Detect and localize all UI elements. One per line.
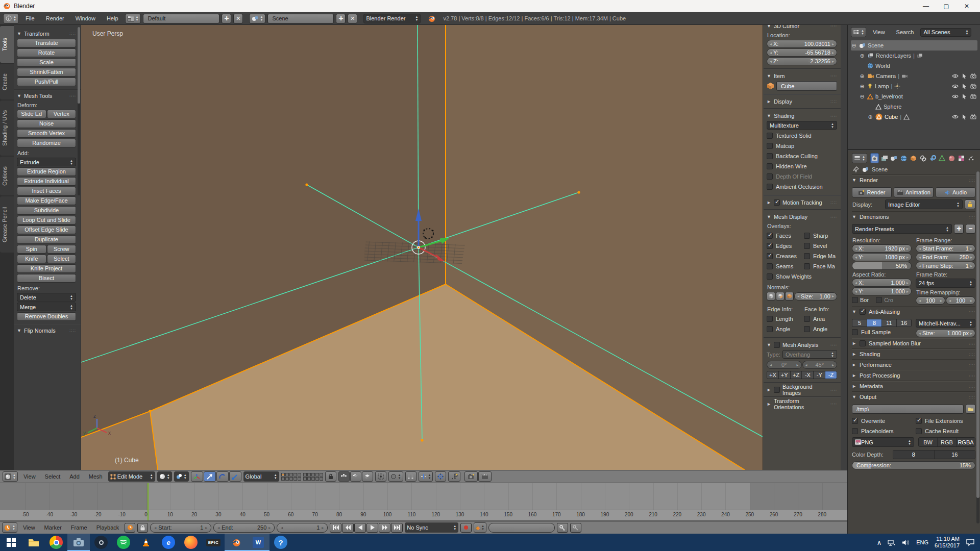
previous-keyframe-button[interactable] bbox=[342, 523, 354, 533]
resolution-y-field[interactable]: ◂Y:1080 px▸ bbox=[852, 253, 912, 261]
cursor-x-field[interactable]: ◂X:100.03011▸ bbox=[767, 40, 837, 48]
knife-project-button[interactable]: Knife Project bbox=[17, 264, 76, 273]
anti-aliasing-checkbox[interactable] bbox=[860, 309, 866, 315]
tab-object[interactable] bbox=[909, 153, 918, 163]
manipulator-axes-toggle[interactable] bbox=[191, 471, 203, 482]
panel-header-performance[interactable]: ►Performance:::: bbox=[852, 359, 975, 370]
render-still-button[interactable]: Render bbox=[852, 187, 892, 197]
taskbar-firefox[interactable] bbox=[180, 534, 202, 551]
cursor-y-field[interactable]: ◂Y:-65.56718▸ bbox=[767, 48, 837, 57]
visibility-eye-toggle[interactable] bbox=[952, 84, 959, 89]
extrude-region-button[interactable]: Extrude Region bbox=[17, 167, 76, 176]
tab-world[interactable] bbox=[899, 153, 908, 163]
taskbar-help[interactable]: ? bbox=[270, 534, 292, 551]
jump-to-start-button[interactable] bbox=[330, 523, 341, 533]
screen-layout-icon-button[interactable]: ▲▼ bbox=[125, 14, 141, 23]
panel-header-sampled-motion-blur[interactable]: ►Sampled Motion Blur:::: bbox=[852, 338, 975, 348]
collapse-icon[interactable]: ⊖ bbox=[851, 42, 857, 49]
outliner-filter-dropdown[interactable]: All Scenes▲▼ bbox=[920, 28, 971, 37]
aspect-x-field[interactable]: ◂X:1.000▸ bbox=[852, 279, 912, 287]
panel-header-post-processing[interactable]: ►Post Processing:::: bbox=[852, 370, 975, 381]
opengl-render-image-button[interactable] bbox=[464, 471, 478, 482]
panel-header-metadata[interactable]: ►Metadata:::: bbox=[852, 381, 975, 391]
creases-checkbox[interactable]: Creases bbox=[767, 251, 800, 261]
pivot-point-dropdown[interactable]: ▲▼ bbox=[174, 471, 189, 482]
rgb-button[interactable]: RGB bbox=[938, 438, 957, 446]
taskbar-edge[interactable]: e bbox=[157, 534, 180, 551]
renderability-camera-toggle[interactable] bbox=[970, 73, 976, 79]
scene-name-field[interactable]: Scene bbox=[267, 14, 334, 23]
current-frame-field[interactable]: ◂1▸ bbox=[277, 523, 328, 533]
panel-header-shading[interactable]: ►Shading:::: bbox=[852, 348, 975, 359]
tab-render[interactable] bbox=[870, 153, 879, 163]
outliner-item-cube[interactable]: ⊕ Cube| bbox=[851, 112, 977, 122]
axis-minus-z-button[interactable]: -Z bbox=[825, 371, 837, 379]
panel-header-flip-normals[interactable]: ▼Flip Normals:::: bbox=[17, 327, 76, 334]
outliner-item-b-levelroot[interactable]: ⊖ b_levelroot bbox=[851, 91, 977, 102]
background-images-checkbox[interactable] bbox=[774, 387, 780, 393]
menu-view[interactable]: View bbox=[20, 472, 39, 481]
full-sample-checkbox[interactable]: Full Sample bbox=[852, 327, 912, 337]
editor-type-3dview-button[interactable]: ▲▼ bbox=[3, 471, 18, 482]
taskbar-clock[interactable]: 11:10 AM 6/15/2017 bbox=[935, 536, 960, 549]
compression-slider[interactable]: Compression:15% bbox=[852, 461, 975, 469]
file-extensions-checkbox[interactable]: File Extensions bbox=[916, 416, 975, 426]
tab-tools[interactable]: Tools bbox=[0, 26, 14, 63]
screw-button[interactable]: Screw bbox=[47, 245, 77, 254]
spin-button[interactable]: Spin bbox=[17, 245, 46, 254]
add-preset-button[interactable]: ✚ bbox=[954, 224, 964, 234]
frame-rate-dropdown[interactable]: 24 fps▲▼ bbox=[916, 279, 975, 288]
snap-element-dropdown[interactable]: ▲▼ bbox=[419, 471, 433, 482]
outliner-item-renderlayers[interactable]: ⊕ RenderLayers| bbox=[851, 51, 977, 61]
panel-header-transform[interactable]: ▼Transform:::: bbox=[17, 30, 76, 37]
translate-manipulator-toggle[interactable] bbox=[204, 471, 216, 482]
tab-object-data[interactable] bbox=[938, 153, 947, 163]
close-scene-button[interactable]: ✕ bbox=[348, 14, 357, 23]
tray-chevron-icon[interactable]: ∧ bbox=[877, 539, 882, 546]
delete-keyframe-button[interactable] bbox=[570, 523, 581, 533]
language-indicator[interactable]: ENG bbox=[916, 539, 928, 545]
tab-create[interactable]: Create bbox=[0, 64, 14, 99]
use-preview-range-toggle[interactable] bbox=[125, 523, 135, 533]
renderability-camera-toggle[interactable] bbox=[970, 84, 976, 89]
close-layout-button[interactable]: ✕ bbox=[233, 14, 243, 23]
menu-add[interactable]: Add bbox=[66, 472, 83, 481]
cache-result-checkbox[interactable]: Cache Result bbox=[916, 426, 975, 436]
tab-material[interactable] bbox=[947, 153, 956, 163]
action-center-icon[interactable] bbox=[966, 538, 975, 546]
knife-select-button[interactable]: Select bbox=[47, 255, 77, 263]
visibility-eye-toggle[interactable] bbox=[952, 73, 959, 79]
display-lock-button[interactable] bbox=[965, 199, 975, 209]
taskbar-file-explorer[interactable] bbox=[22, 534, 45, 551]
resolution-percentage-slider[interactable]: 50% bbox=[852, 262, 912, 270]
merge-dropdown[interactable]: Merge▲▼ bbox=[17, 303, 76, 311]
outliner-item-world[interactable]: World bbox=[851, 61, 977, 71]
scene-icon-button[interactable]: ▲▼ bbox=[249, 14, 265, 23]
panel-header-mesh-tools[interactable]: ▼Mesh Tools:::: bbox=[17, 92, 76, 99]
manipulate-center-points-toggle[interactable] bbox=[448, 471, 460, 482]
panel-header-shading[interactable]: ▼Shading:::: bbox=[767, 112, 837, 119]
panel-header-transform-orientations[interactable]: ►Transform Orientations:::: bbox=[767, 400, 837, 408]
hidden-wire-checkbox[interactable]: Hidden Wire bbox=[767, 161, 837, 171]
tab-particles[interactable] bbox=[967, 153, 975, 163]
axis-plus-z-button[interactable]: +Z bbox=[791, 371, 802, 379]
axis-plus-y-button[interactable]: +Y bbox=[779, 371, 791, 379]
expand-icon[interactable]: ⊕ bbox=[867, 114, 873, 120]
menu-select[interactable]: Select bbox=[41, 472, 64, 481]
loop-cut-button[interactable]: Loop Cut and Slide bbox=[17, 216, 76, 224]
panel-header-anti-aliasing[interactable]: ▼Anti-Aliasing:::: bbox=[852, 306, 975, 317]
start-frame-field[interactable]: ◂Start:1▸ bbox=[150, 523, 211, 533]
start-button[interactable] bbox=[0, 534, 22, 551]
inset-faces-button[interactable]: Inset Faces bbox=[17, 187, 76, 195]
tab-options[interactable]: Options bbox=[0, 157, 14, 195]
outliner-item-lamp[interactable]: ⊕ Lamp| bbox=[851, 81, 977, 91]
opengl-render-animation-button[interactable] bbox=[478, 471, 492, 482]
auto-keyframe-record-button[interactable] bbox=[460, 523, 472, 533]
bevel-checkbox[interactable]: Bevel bbox=[804, 241, 837, 251]
render-engine-dropdown[interactable]: Blender Render ▲▼ bbox=[363, 14, 421, 23]
axis-minus-x-button[interactable]: -X bbox=[802, 371, 814, 379]
aa-8-button[interactable]: 8 bbox=[867, 319, 882, 327]
expand-icon[interactable]: ⊕ bbox=[859, 83, 865, 90]
menu-outliner-search[interactable]: Search bbox=[892, 28, 919, 36]
current-frame-indicator[interactable] bbox=[148, 483, 149, 521]
